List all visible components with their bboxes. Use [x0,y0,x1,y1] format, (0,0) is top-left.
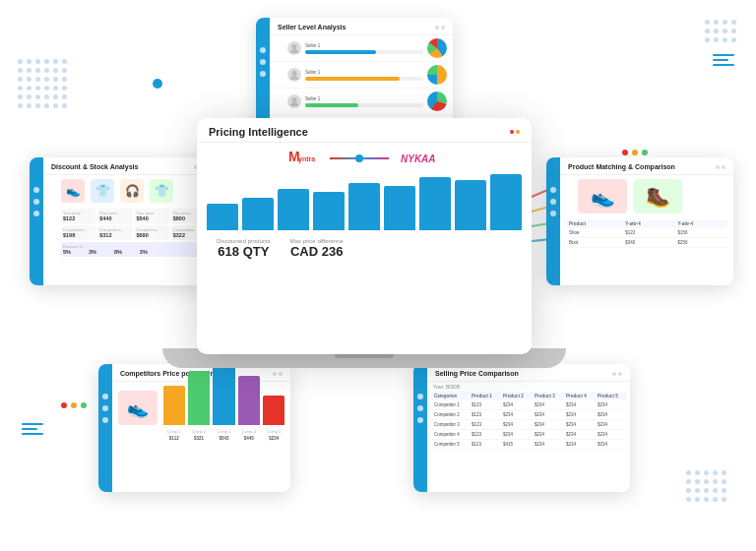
competitor-bar-2 [188,371,210,425]
seller-bar-container-3 [305,103,423,107]
discount-card-title: Discount & Stock Analysis [51,163,138,170]
bar-label-5: Comp 5 [267,429,281,434]
col-header-attr2: Y-attr-4 [675,219,727,228]
competitors-content: 👟 [112,382,290,429]
sell-col-p1: Product 1 [469,392,500,400]
selling-price-card: Selling Price Comparison Your: BODB Cate… [413,364,630,492]
sell-cell-2-1: $123 [469,410,500,420]
product-card-sidebar [546,157,560,285]
sidebar-dot [102,394,108,399]
bar-label-4: Comp 4 [242,429,256,434]
svg-point-0 [292,44,297,49]
discount-grid: Your price $122 Your price $440 Your pri… [43,207,212,259]
pricing-intelligence-card: Pricing Intelligence M yntra NYKAA [197,118,532,354]
sidebar-dot [417,394,423,399]
product-images-row: 👟 🥾 [560,175,733,217]
selling-card-title: Selling Price Comparison [435,370,519,377]
bar-2 [242,198,274,230]
sidebar-dot [102,417,108,423]
cell-product-1: Shoe [566,228,622,238]
pie-chart-1 [427,38,447,58]
discount-card-sidebar [30,157,43,285]
sell-col-p5: Product 5 [595,392,626,400]
sidebar-dot [260,47,266,53]
dot-grid-left-top [18,59,67,108]
svg-point-2 [292,97,297,102]
stats-row: Discounted products 618 QTY Max price di… [197,230,532,267]
seller-bar-fill-1 [305,50,376,54]
sidebar-dot [33,187,39,193]
cell-val-1-2: $156 [675,228,727,238]
bar-chart-labels: Comp 1 Comp 2 Comp 3 Comp 4 Comp 5 [112,429,290,436]
sidebar-dot [550,187,556,193]
sell-row-3: Competitor 3 $123 $234 $234 $234 $234 [431,420,626,430]
blue-circle-deco [153,79,162,89]
sidebar-dot [102,405,108,411]
bar-7 [419,177,451,230]
sell-cell-5-4: $234 [563,440,595,450]
sell-cell-5-3: $234 [532,440,563,450]
stat-discounted-products: Discounted products 618 QTY [217,238,271,259]
bar-val-5: $234 [269,436,279,441]
sell-cell-4-5: $234 [595,430,626,440]
sidebar-dot [260,71,266,77]
sell-col-p2: Product 2 [500,392,532,400]
bar-5 [348,183,380,230]
sell-cell-5-5: $234 [595,440,626,450]
three-dots-left-bottom [61,402,87,408]
sell-cell-3-1: $123 [469,420,500,430]
stat-value-price-diff: CAD 236 [290,244,344,259]
bar-label-3: Comp 3 [217,429,230,434]
bar-val-4: $445 [244,436,254,441]
product-icon-shirt2: 👕 [150,179,173,203]
sell-cell-1-2: $234 [500,400,532,410]
hamburger-lines-top-right [713,54,734,66]
seller-bar-container-1 [305,50,423,54]
sidebar-dot [33,211,39,216]
seller-card-header: Seller Level Analysis [270,18,453,35]
sell-row-5: Competitor 5 $123 $415 $234 $234 $234 [431,440,626,450]
sidebar-dot [417,405,423,411]
competitors-bar-chart [163,386,284,425]
discount-pct-row: Discount % 5% 3% 8% 3% [61,242,206,257]
sell-row-1: Competitor 1 $123 $234 $234 $234 $234 [431,400,626,410]
product-card-header: Product Matching & Comparison [560,157,733,175]
card-dots [716,165,725,169]
bar-label-2: Comp 2 [192,429,206,434]
sell-cell-3-2: $234 [500,420,532,430]
sell-col-p4: Product 4 [563,392,595,400]
bar-4 [313,192,345,230]
sell-cell-5-1: $123 [469,440,500,450]
discount-stock-card: Discount & Stock Analysis 👟 👕 🎧 👕 Your p… [30,157,212,285]
seller-info-1: Seller 1 [305,43,423,54]
card-dots [435,26,445,30]
selling-card-sidebar [413,364,427,492]
pie-chart-3 [427,92,447,111]
card-dots [612,372,622,376]
cell-val-1-1: $122 [622,228,674,238]
bar-8 [455,180,486,230]
discount-icons-row: 👟 👕 🎧 👕 [43,175,212,207]
sell-cell-1-4: $234 [563,400,595,410]
brands-row: M yntra NYKAA [197,143,532,171]
seller-bar-fill-2 [305,77,400,81]
sell-cell-4-2: $234 [500,430,532,440]
brand-connector-line [330,157,389,159]
grid-item-4: Competitors $198 [61,225,95,240]
table-row-2: Boot $340 $256 [566,238,727,248]
sell-cell-2-4: $234 [563,410,595,420]
competitor-bar-4 [238,376,260,425]
sell-cell-4-0: Competitor 4 [431,430,469,440]
sell-cell-3-3: $234 [532,420,563,430]
bar-val-3: $543 [219,436,228,441]
competitors-product-img: 👟 [118,391,158,425]
bar-6 [384,186,415,230]
sell-col-categories: Categories [431,392,469,400]
hamburger-lines-bottom-left [22,423,43,435]
main-card-dots [510,130,520,134]
bar-val-1: $112 [169,436,179,441]
three-dots-right [622,150,648,155]
sell-cell-1-3: $234 [532,400,563,410]
competitors-card-sidebar [98,364,112,492]
sell-row-2: Competitor 2 $123 $234 $234 $234 $234 [431,410,626,420]
